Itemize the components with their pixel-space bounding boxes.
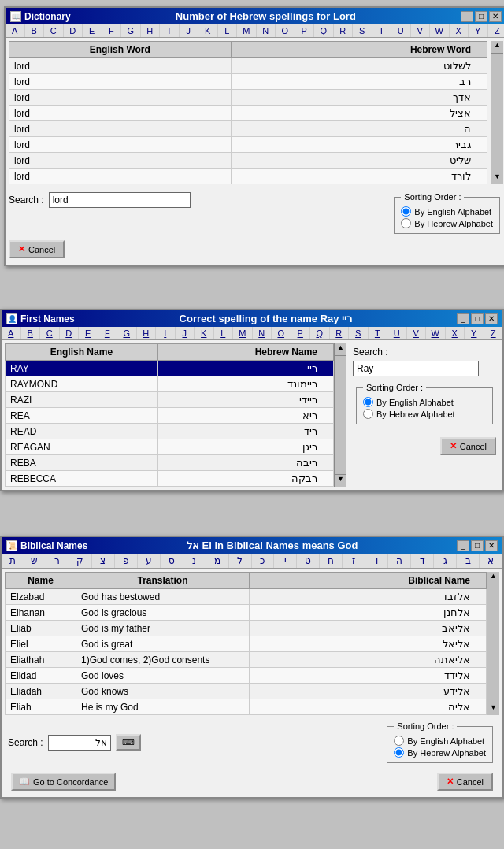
- alpha-p[interactable]: P: [295, 24, 315, 37]
- alpha2-j[interactable]: J: [176, 327, 195, 339]
- halpha-gimel[interactable]: ג: [434, 554, 457, 568]
- alpha-j[interactable]: J: [180, 24, 199, 37]
- alpha2-x[interactable]: X: [446, 327, 465, 339]
- alpha-v[interactable]: V: [411, 24, 431, 37]
- table-row[interactable]: REA ריא: [6, 408, 334, 424]
- alpha2-g[interactable]: G: [117, 327, 137, 339]
- scroll-up-2[interactable]: ▲: [335, 343, 346, 356]
- alpha2-q[interactable]: Q: [310, 327, 330, 339]
- table-row[interactable]: Eliab God is my father אליאב: [6, 621, 487, 636]
- maximize-button[interactable]: □: [475, 11, 487, 22]
- table-row[interactable]: Elidad God loves אלידד: [6, 668, 487, 684]
- table-row[interactable]: RAZI ריידי: [6, 392, 334, 408]
- table-row[interactable]: lord ה: [9, 121, 487, 137]
- alpha-i[interactable]: I: [160, 24, 180, 37]
- halpha-alef[interactable]: א: [480, 554, 502, 568]
- halpha-samech[interactable]: ס: [161, 554, 183, 568]
- table-row[interactable]: RAYMOND ריימונד: [6, 376, 334, 392]
- alpha-b[interactable]: B: [25, 24, 45, 37]
- cancel-button[interactable]: ✕ Cancel: [9, 240, 65, 258]
- halpha-qof[interactable]: ק: [69, 554, 92, 568]
- table-row[interactable]: Eliah He is my God אליה: [6, 699, 487, 715]
- halpha-tav[interactable]: ת: [2, 554, 24, 568]
- table-row[interactable]: RAY ריי: [6, 361, 334, 376]
- alpha-z[interactable]: Z: [488, 24, 505, 37]
- alpha-f[interactable]: F: [102, 24, 122, 37]
- alpha2-t[interactable]: T: [369, 327, 388, 339]
- halpha-yod[interactable]: י: [274, 554, 297, 568]
- alpha2-n[interactable]: N: [253, 327, 272, 339]
- alpha2-m[interactable]: M: [233, 327, 253, 339]
- alpha2-r[interactable]: R: [330, 327, 350, 339]
- table-row[interactable]: lord לורד: [9, 169, 487, 184]
- sort-english-radio-3[interactable]: [394, 736, 404, 746]
- table-row[interactable]: lord אדך: [9, 90, 487, 106]
- alpha-e[interactable]: E: [83, 24, 102, 37]
- alpha-l[interactable]: L: [218, 24, 238, 37]
- halpha-tet[interactable]: ט: [297, 554, 320, 568]
- halpha-kaf[interactable]: כ: [252, 554, 275, 568]
- cancel-button-2[interactable]: ✕ Cancel: [440, 437, 496, 455]
- search-input-2[interactable]: [353, 361, 479, 376]
- halpha-vav[interactable]: ו: [365, 554, 388, 568]
- table-row[interactable]: REBA ריבה: [6, 455, 334, 471]
- table-row[interactable]: Eliel God is great אליאל: [6, 636, 487, 652]
- table-row[interactable]: REAGAN ריגן: [6, 439, 334, 455]
- scroll-down-3[interactable]: ▼: [487, 703, 499, 715]
- halpha-dalet[interactable]: ד: [411, 554, 434, 568]
- halpha-he[interactable]: ה: [388, 554, 411, 568]
- close-button-2[interactable]: ✕: [485, 313, 498, 324]
- sort-hebrew-radio-3[interactable]: [394, 747, 404, 758]
- alpha-s[interactable]: S: [353, 24, 372, 37]
- alpha-t[interactable]: T: [372, 24, 392, 37]
- alpha-c[interactable]: C: [44, 24, 64, 37]
- halpha-pe[interactable]: פ: [115, 554, 138, 568]
- minimize-button[interactable]: _: [461, 11, 473, 22]
- alpha-k[interactable]: K: [198, 24, 218, 37]
- alpha-n[interactable]: N: [257, 24, 276, 37]
- cancel-button-3[interactable]: ✕ Cancel: [437, 773, 493, 791]
- table-row[interactable]: READ ריד: [6, 424, 334, 439]
- alpha2-k[interactable]: K: [195, 327, 214, 339]
- alpha-q[interactable]: Q: [314, 24, 334, 37]
- alpha2-h[interactable]: H: [137, 327, 157, 339]
- keyboard-button[interactable]: ⌨: [116, 734, 141, 751]
- alpha2-i[interactable]: I: [156, 327, 176, 339]
- search-input-3[interactable]: [48, 735, 111, 751]
- alpha-r[interactable]: R: [334, 24, 354, 37]
- halpha-chet[interactable]: ח: [320, 554, 343, 568]
- maximize-button-3[interactable]: □: [471, 540, 484, 551]
- minimize-button-3[interactable]: _: [457, 540, 469, 551]
- halpha-resh[interactable]: ר: [46, 554, 69, 568]
- alpha-u[interactable]: U: [391, 24, 411, 37]
- alpha2-o[interactable]: O: [272, 327, 291, 339]
- sort-english-radio-2[interactable]: [363, 397, 373, 407]
- scroll-down-2[interactable]: ▼: [335, 474, 346, 487]
- halpha-ayin[interactable]: ע: [138, 554, 161, 568]
- scroll-down[interactable]: ▼: [491, 172, 503, 184]
- sort-hebrew-radio[interactable]: [401, 218, 411, 228]
- halpha-nun[interactable]: נ: [183, 554, 206, 568]
- alpha2-y[interactable]: Y: [465, 327, 484, 339]
- alpha-a[interactable]: A: [6, 24, 25, 37]
- alpha-w[interactable]: W: [430, 24, 450, 37]
- scroll-up-3[interactable]: ▲: [487, 572, 499, 584]
- concordance-button[interactable]: 📖 Go to Concordance: [11, 773, 116, 791]
- alpha2-e[interactable]: E: [79, 327, 98, 339]
- alpha2-d[interactable]: D: [60, 327, 80, 339]
- scroll-up[interactable]: ▲: [491, 41, 503, 54]
- alpha2-s[interactable]: S: [349, 327, 369, 339]
- minimize-button-2[interactable]: _: [457, 313, 469, 324]
- halpha-bet[interactable]: ב: [457, 554, 480, 568]
- alpha2-a[interactable]: A: [2, 327, 21, 339]
- alpha2-p[interactable]: P: [291, 327, 311, 339]
- alpha2-f[interactable]: F: [98, 327, 118, 339]
- alpha2-l[interactable]: L: [214, 327, 234, 339]
- table-row[interactable]: Eliathah 1)God comes, 2)God consents אלי…: [6, 652, 487, 668]
- halpha-zayin[interactable]: ז: [343, 554, 365, 568]
- alpha2-c[interactable]: C: [40, 327, 60, 339]
- table-row[interactable]: Eliadah God knows אלידע: [6, 684, 487, 699]
- halpha-shin[interactable]: ש: [24, 554, 46, 568]
- alpha2-b[interactable]: B: [21, 327, 41, 339]
- close-button-3[interactable]: ✕: [485, 540, 498, 551]
